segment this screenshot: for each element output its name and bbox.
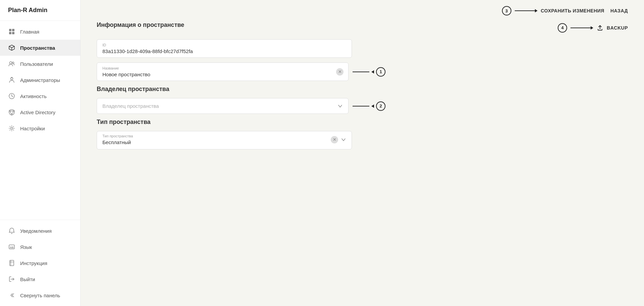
annotation-2-arrowhead bbox=[371, 104, 374, 108]
annotation-1-line bbox=[353, 72, 369, 72]
upload-icon bbox=[597, 25, 603, 31]
name-label: Название bbox=[102, 66, 332, 70]
book-icon bbox=[8, 259, 15, 267]
sidebar-language-label: Язык bbox=[20, 244, 32, 250]
sidebar-logout-label: Выйти bbox=[20, 276, 35, 282]
clock-icon bbox=[8, 92, 15, 100]
sidebar: Plan-R Admin Главная bbox=[0, 0, 81, 306]
sidebar-item-users[interactable]: Пользователи bbox=[0, 56, 80, 72]
annotation-1: 1 bbox=[376, 67, 385, 77]
name-clear-button[interactable]: ✕ bbox=[336, 68, 343, 76]
back-button[interactable]: НАЗАД bbox=[610, 8, 628, 13]
sidebar-item-collapse[interactable]: Свернуть панель bbox=[0, 287, 80, 303]
annotation-2: 2 bbox=[376, 101, 385, 111]
save-changes-button[interactable]: СОХРАНИТЬ ИЗМЕНЕНИЯ bbox=[541, 8, 604, 13]
svg-marker-9 bbox=[11, 77, 13, 79]
annotation-1-wrapper: 1 bbox=[353, 67, 385, 77]
svg-rect-0 bbox=[9, 29, 11, 31]
sidebar-collapse-label: Свернуть панель bbox=[20, 293, 60, 298]
app-logo: Plan-R Admin bbox=[0, 0, 80, 21]
type-chevron-down-icon[interactable] bbox=[341, 137, 346, 142]
topbar: 3 СОХРАНИТЬ ИЗМЕНЕНИЯ НАЗАД bbox=[81, 0, 644, 21]
grid-icon bbox=[8, 28, 15, 35]
name-value: Новое пространство bbox=[102, 72, 332, 77]
ad-icon bbox=[8, 108, 15, 116]
admin-icon bbox=[8, 76, 15, 84]
id-label: ID bbox=[102, 43, 346, 47]
annotation-2-wrapper: 2 bbox=[353, 101, 385, 111]
sidebar-item-home-label: Главная bbox=[20, 29, 39, 35]
lang-icon: AB bbox=[8, 243, 15, 251]
sidebar-notifications-label: Уведомления bbox=[20, 228, 52, 234]
content-area: Информация о пространстве 4 BACKUP bbox=[81, 21, 644, 306]
annotation-4-arrow bbox=[570, 26, 593, 30]
type-actions: ✕ bbox=[331, 136, 346, 143]
svg-rect-19 bbox=[10, 260, 14, 266]
svg-point-6 bbox=[10, 62, 12, 64]
svg-rect-1 bbox=[12, 29, 14, 31]
logout-icon bbox=[8, 275, 15, 283]
sidebar-item-settings-label: Настройки bbox=[20, 126, 45, 131]
sidebar-item-home[interactable]: Главная bbox=[0, 24, 80, 40]
annotation-3: 3 bbox=[502, 6, 511, 15]
sidebar-item-admins[interactable]: Администраторы bbox=[0, 72, 80, 88]
sidebar-item-activity[interactable]: Активность bbox=[0, 88, 80, 104]
type-label: Тип пространства bbox=[102, 134, 331, 138]
owner-dropdown[interactable]: Владелец пространства bbox=[97, 98, 349, 114]
chevrons-left-icon bbox=[8, 292, 15, 299]
sidebar-item-spaces[interactable]: Пространства bbox=[0, 40, 80, 56]
sidebar-item-notifications[interactable]: Уведомления bbox=[0, 223, 80, 239]
cube-icon bbox=[8, 44, 15, 51]
sidebar-bottom: Уведомления AB Язык Инструкция bbox=[0, 220, 80, 306]
svg-point-11 bbox=[10, 111, 13, 114]
type-value: Бесплатный bbox=[102, 139, 331, 145]
sidebar-nav: Главная Пространства bbox=[0, 21, 80, 220]
name-field[interactable]: Название Новое пространство ✕ bbox=[97, 62, 349, 81]
sidebar-item-ad-label: Active Directory bbox=[20, 110, 55, 115]
backup-label: BACKUP bbox=[607, 25, 628, 31]
sidebar-item-users-label: Пользователи bbox=[20, 61, 53, 67]
sidebar-item-activity-label: Активность bbox=[20, 93, 47, 99]
sidebar-item-admins-label: Администраторы bbox=[20, 77, 60, 83]
users-icon bbox=[8, 60, 15, 68]
sidebar-item-logout[interactable]: Выйти bbox=[0, 271, 80, 287]
type-field[interactable]: Тип пространства Бесплатный ✕ bbox=[97, 131, 352, 149]
id-value: 83a11330-1d28-409a-88fd-bfc27d7f52fa bbox=[102, 48, 346, 54]
sidebar-item-active-directory[interactable]: Active Directory bbox=[0, 104, 80, 120]
svg-point-7 bbox=[12, 62, 14, 64]
info-section-header: Информация о пространстве 4 BACKUP bbox=[97, 21, 628, 34]
main-content: 3 СОХРАНИТЬ ИЗМЕНЕНИЯ НАЗАД Информация о… bbox=[81, 0, 644, 306]
sidebar-item-manual[interactable]: Инструкция bbox=[0, 255, 80, 271]
backup-button[interactable]: BACKUP bbox=[597, 25, 628, 31]
svg-rect-2 bbox=[9, 32, 11, 34]
type-clear-button[interactable]: ✕ bbox=[331, 136, 338, 143]
annotation-3-arrow bbox=[515, 9, 538, 12]
sidebar-item-spaces-label: Пространства bbox=[20, 45, 55, 51]
sidebar-item-language[interactable]: AB Язык bbox=[0, 239, 80, 255]
svg-text:AB: AB bbox=[10, 246, 14, 249]
sidebar-item-settings[interactable]: Настройки bbox=[0, 120, 80, 136]
owner-section-title: Владелец пространства bbox=[97, 86, 628, 93]
info-section-title: Информация о пространстве bbox=[97, 21, 184, 29]
gear-icon bbox=[8, 125, 15, 132]
bell-icon bbox=[8, 227, 15, 234]
svg-point-16 bbox=[11, 127, 13, 129]
annotation-4: 4 bbox=[558, 23, 567, 33]
type-section-title: Тип пространства bbox=[97, 119, 628, 126]
annotation-2-line bbox=[353, 106, 369, 106]
id-field: ID 83a11330-1d28-409a-88fd-bfc27d7f52fa bbox=[97, 39, 352, 58]
sidebar-manual-label: Инструкция bbox=[20, 260, 47, 266]
owner-placeholder: Владелец пространства bbox=[102, 103, 159, 109]
annotation-1-arrowhead bbox=[371, 70, 374, 74]
svg-rect-3 bbox=[12, 32, 14, 34]
chevron-down-icon bbox=[337, 103, 343, 109]
type-field-inner: Тип пространства Бесплатный bbox=[102, 134, 331, 145]
